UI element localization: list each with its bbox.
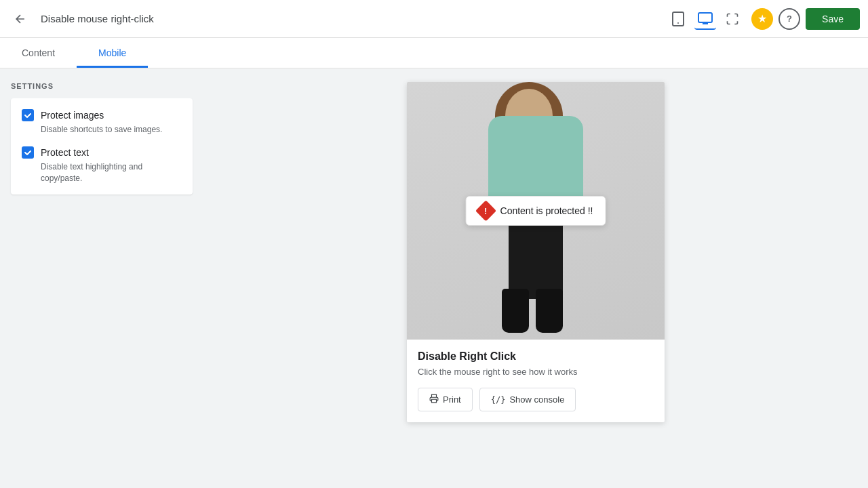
star-button[interactable]: ★: [751, 8, 773, 30]
tab-content[interactable]: Content: [0, 38, 77, 68]
save-button[interactable]: Save: [806, 8, 860, 30]
console-icon: {/}: [491, 395, 506, 405]
sidebar: SETTINGS Protect images Disable shortcut…: [0, 68, 203, 485]
device-switcher: [667, 8, 743, 30]
star-icon: ★: [757, 12, 767, 25]
tab-bar: Content Mobile: [0, 38, 868, 68]
settings-card: Protect images Disable shortcuts to save…: [11, 98, 193, 195]
protect-images-checkbox[interactable]: [22, 109, 34, 121]
svg-rect-5: [432, 399, 437, 403]
topbar: Disable mouse right-click ★ ? Save: [0, 0, 868, 38]
protect-text-checkbox[interactable]: [22, 146, 34, 159]
product-image: ! Content is protected !!: [407, 82, 665, 340]
content-protected-tooltip: ! Content is protected !!: [466, 196, 606, 226]
print-button[interactable]: Print: [418, 388, 473, 411]
warning-exclamation: !: [484, 206, 487, 216]
print-icon: [429, 394, 439, 405]
tab-mobile[interactable]: Mobile: [77, 38, 148, 68]
protect-images-description: Disable shortcuts to save images.: [22, 124, 182, 136]
main-layout: SETTINGS Protect images Disable shortcut…: [0, 68, 868, 485]
protect-images-row: Protect images: [22, 109, 182, 121]
protect-text-row: Protect text: [22, 146, 182, 159]
show-console-button[interactable]: {/} Show console: [479, 388, 576, 411]
desktop-view-button[interactable]: [694, 8, 716, 30]
help-button[interactable]: ?: [778, 8, 800, 30]
product-description: Click the mouse right to see how it work…: [418, 367, 654, 377]
phone-preview: ! Content is protected !! Disable Right …: [407, 82, 665, 422]
protect-text-label: Protect text: [41, 147, 89, 158]
boots-right: [536, 289, 563, 333]
protect-text-setting: Protect text Disable text highlighting a…: [22, 146, 182, 184]
back-button[interactable]: [8, 7, 33, 31]
expand-view-button[interactable]: [722, 8, 743, 30]
boots-left: [502, 289, 529, 333]
page-title: Disable mouse right-click: [41, 13, 659, 24]
protect-images-setting: Protect images Disable shortcuts to save…: [22, 109, 182, 136]
svg-rect-2: [698, 13, 712, 22]
protect-text-description: Disable text highlighting and copy/paste…: [22, 161, 182, 184]
phone-content-area: Disable Right Click Click the mouse righ…: [407, 340, 665, 422]
warning-icon: !: [475, 200, 496, 221]
pants-layer: [509, 218, 563, 299]
help-icon: ?: [787, 14, 792, 24]
action-buttons: Print {/} Show console: [418, 388, 654, 411]
console-label: Show console: [509, 394, 564, 405]
mobile-view-button[interactable]: [667, 8, 689, 30]
settings-heading: SETTINGS: [11, 82, 193, 90]
preview-area: ! Content is protected !! Disable Right …: [203, 68, 868, 485]
product-title: Disable Right Click: [418, 350, 654, 363]
protected-message: Content is protected !!: [500, 205, 593, 216]
topbar-actions: ★ ? Save: [751, 8, 860, 30]
protect-images-label: Protect images: [41, 110, 104, 121]
print-label: Print: [443, 394, 461, 405]
